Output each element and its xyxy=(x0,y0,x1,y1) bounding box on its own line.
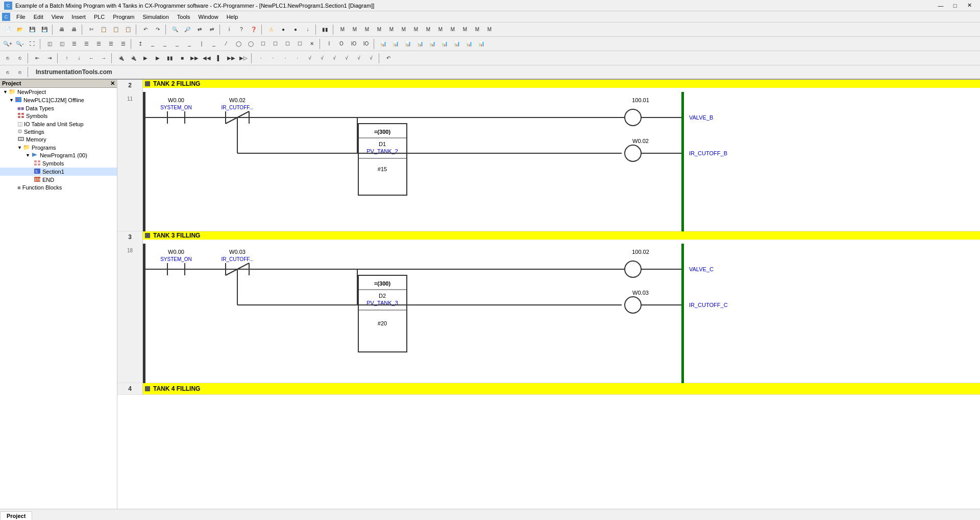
tb3-1[interactable]: ⎋ xyxy=(2,53,13,64)
sidebar-item-symbols[interactable]: Symbols xyxy=(0,112,117,120)
tb3-m7[interactable]: √ xyxy=(329,53,340,64)
tb3-m2[interactable]: ∙ xyxy=(267,53,279,64)
tb3-pause2[interactable]: ▮▮ xyxy=(164,53,176,64)
tb2-mon1[interactable]: 📊 xyxy=(378,38,389,50)
menu-view[interactable]: View xyxy=(47,13,68,21)
minimize-button[interactable]: — xyxy=(934,1,947,10)
tb-mon11[interactable]: M xyxy=(459,24,471,35)
tb-mon12[interactable]: M xyxy=(472,24,483,35)
tb2-mon4[interactable]: 📊 xyxy=(414,38,426,50)
menu-file[interactable]: File xyxy=(12,13,30,21)
tb3-m4[interactable]: ∙ xyxy=(292,53,303,64)
tb3-arrow-dn[interactable]: ↓ xyxy=(74,53,85,64)
tb-mon3[interactable]: M xyxy=(361,24,373,35)
tb2-io4[interactable]: IO xyxy=(360,38,372,50)
tb-print[interactable]: 🖶 xyxy=(56,24,67,35)
tb2-mon6[interactable]: 📊 xyxy=(439,38,450,50)
tb-save2[interactable]: 💾 xyxy=(39,24,50,35)
tb2-grid[interactable]: ◫ xyxy=(44,38,55,50)
menu-simulation[interactable]: Simulation xyxy=(138,13,173,21)
close-button[interactable]: ✕ xyxy=(963,1,976,10)
tb-mon2[interactable]: M xyxy=(349,24,360,35)
tb3-arrow-lt[interactable]: ← xyxy=(86,53,97,64)
tb-mon4[interactable]: M xyxy=(374,24,385,35)
tb-mon6[interactable]: M xyxy=(398,24,409,35)
tb2-ladder3[interactable]: ☰ xyxy=(93,38,104,50)
tb2-io2[interactable]: O xyxy=(336,38,347,50)
tb-cut[interactable]: ✄ xyxy=(86,24,97,35)
tb-save[interactable]: 💾 xyxy=(27,24,38,35)
tb2-zoom-fit[interactable]: ⛶ xyxy=(27,38,38,50)
menu-window[interactable]: Window xyxy=(194,13,223,21)
sidebar-item-newplc1[interactable]: ▼ NewPLC1[CJ2M] Offline xyxy=(0,96,117,105)
menu-program[interactable]: Program xyxy=(109,13,138,21)
sidebar-item-iotable[interactable]: ◫ IO Table and Unit Setup xyxy=(0,120,117,128)
tb-print2[interactable]: 🖶 xyxy=(68,24,80,35)
tb-replace[interactable]: ⇄ xyxy=(194,24,205,35)
tb3-prev[interactable]: ◀◀ xyxy=(201,53,212,64)
tb3-run[interactable]: ▶ xyxy=(152,53,163,64)
tb-mon7[interactable]: M xyxy=(410,24,422,35)
rung-3-ladder[interactable]: W0.00 SYSTEM_ON W0.03 IR_CUTOFF... xyxy=(143,240,980,383)
tb2-grid2[interactable]: ◫ xyxy=(56,38,67,50)
tb-help2[interactable]: ❓ xyxy=(248,24,259,35)
tb2-coil2[interactable]: ◯ xyxy=(245,38,256,50)
tb3-last[interactable]: ▶▷ xyxy=(238,53,249,64)
tb2-ladder1[interactable]: ☰ xyxy=(68,38,80,50)
tb-copy[interactable]: 📋 xyxy=(98,24,109,35)
tb2-contact2[interactable]: ⎯ xyxy=(159,38,170,50)
tb2-io3[interactable]: IO xyxy=(348,38,359,50)
tb2-zoom-in[interactable]: 🔍+ xyxy=(2,38,13,50)
tb-open[interactable]: 📂 xyxy=(14,24,26,35)
tb4-1[interactable]: ⎋ xyxy=(2,66,13,78)
tb-mon13[interactable]: M xyxy=(484,24,495,35)
tb2-mon2[interactable]: 📊 xyxy=(390,38,401,50)
sidebar-item-settings[interactable]: ⚙ Settings xyxy=(0,128,117,135)
menu-help[interactable]: Help xyxy=(223,13,242,21)
tb3-m3[interactable]: ∙ xyxy=(280,53,291,64)
tb2-mon3[interactable]: 📊 xyxy=(402,38,413,50)
tb2-cursor[interactable]: ↥ xyxy=(135,38,146,50)
tb-redo[interactable]: ↷ xyxy=(152,24,163,35)
tb-find2[interactable]: 🔎 xyxy=(182,24,193,35)
tb3-m9[interactable]: √ xyxy=(353,53,364,64)
tb2-coil[interactable]: ◯ xyxy=(233,38,244,50)
tb3-undo2[interactable]: ↶ xyxy=(383,53,394,64)
tb3-fast[interactable]: ▶▶ xyxy=(226,53,237,64)
tb2-vert[interactable]: | xyxy=(196,38,207,50)
tb3-m10[interactable]: √ xyxy=(365,53,377,64)
tb2-box3[interactable]: ☐ xyxy=(282,38,293,50)
tb3-arrow-up[interactable]: ↑ xyxy=(61,53,72,64)
menu-plc[interactable]: PLC xyxy=(90,13,109,21)
tb3-step[interactable]: ▶ xyxy=(140,53,151,64)
tb2-contact4[interactable]: ⎯ xyxy=(184,38,195,50)
tb2-box2[interactable]: ☐ xyxy=(270,38,281,50)
sidebar-close-btn[interactable]: ✕ xyxy=(110,80,115,87)
tb2-box4[interactable]: ☐ xyxy=(294,38,305,50)
tb3-2[interactable]: ⎋ xyxy=(14,53,26,64)
tb-download[interactable]: ↓ xyxy=(302,24,313,35)
tb2-diag[interactable]: ∕ xyxy=(220,38,232,50)
tb3-arrow-rt[interactable]: → xyxy=(98,53,109,64)
sidebar-item-end[interactable]: END END xyxy=(0,176,117,184)
tb3-m1[interactable]: ∙ xyxy=(255,53,266,64)
menu-insert[interactable]: Insert xyxy=(67,13,90,21)
tb-help[interactable]: ? xyxy=(236,24,247,35)
tb-paste[interactable]: 📋 xyxy=(110,24,121,35)
tb3-align-left[interactable]: ⇤ xyxy=(32,53,43,64)
menu-tools[interactable]: Tools xyxy=(173,13,194,21)
diagram-area[interactable]: 2 11 TANK 2 FILLING xyxy=(117,80,980,509)
tb-mon8[interactable]: M xyxy=(423,24,434,35)
sidebar-item-functionblocks[interactable]: ■ Function Blocks xyxy=(0,184,117,191)
tb4-2[interactable]: ⎋ xyxy=(14,66,26,78)
tb3-sim1[interactable]: 🔌 xyxy=(115,53,127,64)
tb2-io1[interactable]: I xyxy=(324,38,335,50)
tb3-next[interactable]: ▶▶ xyxy=(189,53,200,64)
tb-goto[interactable]: ⇄ xyxy=(206,24,217,35)
tb-pause[interactable]: ▮▮ xyxy=(320,24,331,35)
tb-new[interactable]: 📄 xyxy=(2,24,13,35)
tb-undo[interactable]: ↶ xyxy=(140,24,151,35)
sidebar-item-programs[interactable]: ▼ 📁 Programs xyxy=(0,144,117,151)
tb2-mon7[interactable]: 📊 xyxy=(451,38,462,50)
tb-online2[interactable]: ● xyxy=(278,24,289,35)
